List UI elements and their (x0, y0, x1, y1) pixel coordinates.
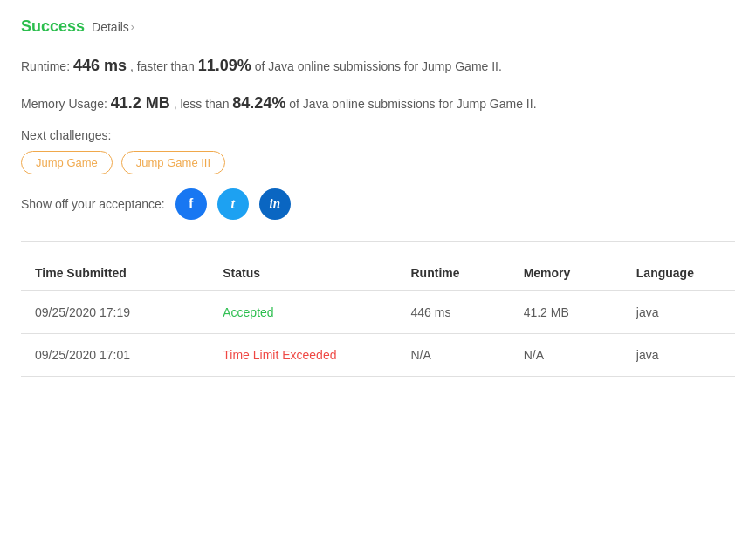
cell-runtime: N/A (397, 333, 510, 376)
memory-line: Memory Usage: 41.2 MB , less than 84.24%… (21, 91, 735, 116)
facebook-icon: f (189, 196, 193, 212)
cell-memory: N/A (510, 333, 622, 376)
cell-language: java (622, 333, 735, 376)
linkedin-icon: in (269, 196, 280, 211)
success-label: Success (21, 17, 85, 36)
runtime-prefix: Runtime: (21, 59, 70, 73)
jump-game-button[interactable]: Jump Game (21, 151, 113, 174)
runtime-value: 446 ms (73, 57, 127, 74)
cell-time: 09/25/2020 17:19 (21, 290, 209, 333)
twitter-icon: t (231, 196, 235, 212)
cell-runtime: 446 ms (397, 290, 510, 333)
memory-prefix: Memory Usage: (21, 97, 107, 111)
col-header-status: Status (209, 256, 396, 291)
jump-game-iii-button[interactable]: Jump Game III (121, 151, 225, 174)
challenge-buttons: Jump Game Jump Game III (21, 151, 735, 174)
cell-status: Accepted (209, 290, 396, 333)
table-row: 09/25/2020 17:01 Time Limit Exceeded N/A… (21, 333, 735, 376)
header-row: Success Details › (21, 17, 735, 36)
facebook-share-button[interactable]: f (175, 188, 207, 220)
cell-time: 09/25/2020 17:01 (21, 333, 209, 376)
col-header-runtime: Runtime (397, 256, 510, 291)
section-divider (21, 241, 735, 242)
cell-language: java (622, 290, 735, 333)
col-header-memory: Memory (510, 256, 622, 291)
runtime-line: Runtime: 446 ms , faster than 11.09% of … (21, 53, 735, 78)
table-header-row: Time Submitted Status Runtime Memory Lan… (21, 256, 735, 291)
memory-suffix: of Java online submissions for Jump Game… (289, 97, 536, 111)
cell-memory: 41.2 MB (510, 290, 622, 333)
next-challenges-label: Next challenges: (21, 128, 735, 142)
submissions-table: Time Submitted Status Runtime Memory Lan… (21, 256, 735, 377)
cell-status: Time Limit Exceeded (209, 333, 396, 376)
runtime-suffix: of Java online submissions for Jump Game… (255, 59, 502, 73)
col-header-language: Language (622, 256, 735, 291)
runtime-percent: 11.09% (198, 57, 251, 74)
table-row: 09/25/2020 17:19 Accepted 446 ms 41.2 MB… (21, 290, 735, 333)
share-row: Show off your acceptance: f t in (21, 188, 735, 220)
col-header-time: Time Submitted (21, 256, 209, 291)
share-label: Show off your acceptance: (21, 197, 165, 211)
details-link[interactable]: Details › (92, 20, 134, 34)
memory-middle: , less than (174, 97, 230, 111)
memory-percent: 84.24% (232, 94, 285, 112)
chevron-icon: › (131, 21, 134, 33)
details-label: Details (92, 20, 129, 34)
twitter-share-button[interactable]: t (217, 188, 249, 220)
runtime-middle: , faster than (130, 59, 195, 73)
linkedin-share-button[interactable]: in (259, 188, 291, 220)
memory-value: 41.2 MB (111, 94, 170, 112)
